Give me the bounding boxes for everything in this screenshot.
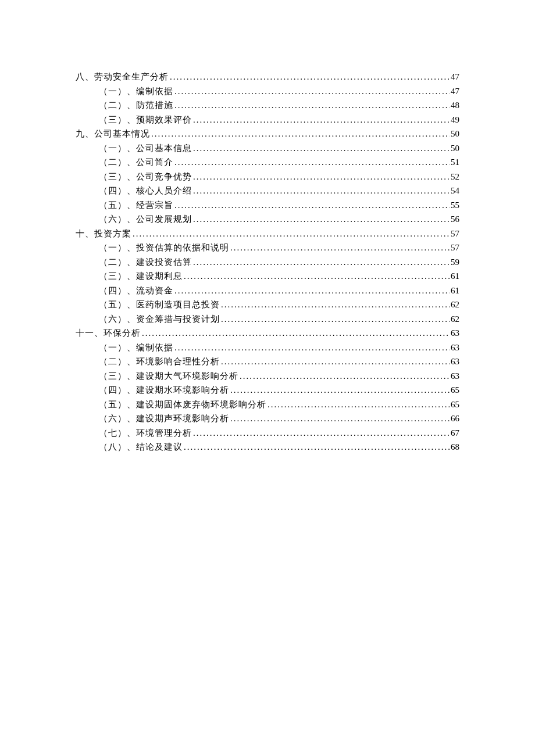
toc-dot-leader [174,198,450,213]
table-of-contents: 八、劳动安全生产分析47（一）、编制依据47（二）、防范措施48（三）、预期效果… [76,70,459,454]
toc-page-number: 63 [451,341,459,355]
toc-entry: （四）、建设期水环境影响分析65 [99,383,459,397]
toc-label: （二）、环境影响合理性分析 [99,354,220,369]
toc-label: （一）、公司基本信息 [99,141,192,156]
toc-page-number: 62 [451,312,459,327]
toc-dot-leader [151,127,450,141]
toc-page-number: 63 [451,369,459,384]
toc-page-number: 65 [451,397,459,412]
toc-label: （六）、公司发展规划 [99,212,192,227]
toc-dot-leader [221,354,450,369]
toc-entry: 十一、环保分析63 [76,326,459,341]
toc-dot-leader [193,255,450,270]
toc-page-number: 49 [451,113,459,127]
toc-dot-leader [142,326,450,341]
toc-dot-leader [174,341,450,355]
toc-page-number: 47 [451,70,459,84]
toc-dot-leader [193,141,450,156]
toc-entry: （六）、公司发展规划56 [99,212,459,227]
toc-label: （五）、经营宗旨 [99,198,173,213]
toc-dot-leader [174,84,450,99]
toc-page-number: 55 [451,198,459,213]
toc-dot-leader [193,426,450,440]
toc-dot-leader [174,284,450,298]
toc-entry: （八）、结论及建议68 [99,440,459,454]
toc-label: （六）、建设期声环境影响分析 [99,411,229,426]
toc-label: （三）、建设期大气环境影响分析 [99,369,238,384]
toc-label: （五）、建设期固体废弃物环境影响分析 [99,397,266,412]
document-page: 八、劳动安全生产分析47（一）、编制依据47（二）、防范措施48（三）、预期效果… [0,0,535,489]
toc-entry: （一）、投资估算的依据和说明57 [99,241,459,255]
toc-dot-leader [230,411,450,426]
toc-label: （六）、资金筹措与投资计划 [99,312,220,327]
toc-entry: （六）、建设期声环境影响分析66 [99,411,459,426]
toc-page-number: 54 [451,184,459,198]
toc-label: （二）、防范措施 [99,98,173,113]
toc-page-number: 61 [451,269,459,284]
toc-page-number: 62 [451,298,459,312]
toc-dot-leader [240,369,450,384]
toc-label: （五）、医药制造项目总投资 [99,298,220,312]
toc-page-number: 63 [451,326,459,341]
toc-page-number: 63 [451,354,459,369]
toc-dot-leader [193,170,450,184]
toc-page-number: 67 [451,426,459,440]
toc-entry: （三）、建设期大气环境影响分析63 [99,369,459,384]
toc-dot-leader [193,184,450,198]
toc-dot-leader [170,70,450,84]
toc-page-number: 68 [451,440,459,454]
toc-page-number: 57 [451,227,459,241]
toc-entry: （三）、建设期利息61 [99,269,459,284]
toc-entry: （五）、经营宗旨55 [99,198,459,213]
toc-entry: （一）、公司基本信息50 [99,141,459,156]
toc-entry: 九、公司基本情况50 [76,127,459,141]
toc-label: （一）、编制依据 [99,84,173,99]
toc-label: （四）、核心人员介绍 [99,184,192,198]
toc-label: （三）、预期效果评价 [99,113,192,127]
toc-page-number: 52 [451,170,459,184]
toc-label: （一）、编制依据 [99,341,173,355]
toc-page-number: 48 [451,98,459,113]
toc-entry: （一）、编制依据47 [99,84,459,99]
toc-page-number: 61 [451,284,459,298]
toc-label: （八）、结论及建议 [99,440,183,454]
toc-page-number: 59 [451,255,459,270]
toc-label: （三）、建设期利息 [99,269,183,284]
toc-entry: （三）、公司竞争优势52 [99,170,459,184]
toc-page-number: 65 [451,383,459,397]
toc-label: （七）、环境管理分析 [99,426,192,440]
toc-page-number: 56 [451,212,459,227]
toc-dot-leader [193,113,450,127]
toc-dot-leader [174,155,450,170]
toc-label: 十一、环保分析 [76,326,141,341]
toc-dot-leader [221,298,450,312]
toc-entry: 八、劳动安全生产分析47 [76,70,459,84]
toc-entry: （五）、建设期固体废弃物环境影响分析65 [99,397,459,412]
toc-dot-leader [221,312,450,327]
toc-dot-leader [133,227,450,241]
toc-entry: （二）、公司简介51 [99,155,459,170]
toc-entry: （六）、资金筹措与投资计划62 [99,312,459,327]
toc-label: 八、劳动安全生产分析 [76,70,169,84]
toc-entry: （二）、环境影响合理性分析63 [99,354,459,369]
toc-dot-leader [184,440,450,454]
toc-entry: （七）、环境管理分析67 [99,426,459,440]
toc-label: （三）、公司竞争优势 [99,170,192,184]
toc-label: （四）、流动资金 [99,284,173,298]
toc-entry: （二）、建设投资估算59 [99,255,459,270]
toc-page-number: 47 [451,84,459,99]
toc-entry: 十、投资方案57 [76,227,459,241]
toc-label: 九、公司基本情况 [76,127,150,141]
toc-page-number: 57 [451,241,459,255]
toc-page-number: 50 [451,141,459,156]
toc-entry: （一）、编制依据63 [99,341,459,355]
toc-entry: （三）、预期效果评价49 [99,113,459,127]
toc-label: （二）、建设投资估算 [99,255,192,270]
toc-entry: （五）、医药制造项目总投资62 [99,298,459,312]
toc-label: （四）、建设期水环境影响分析 [99,383,229,397]
toc-dot-leader [230,241,450,255]
toc-entry: （四）、流动资金61 [99,284,459,298]
toc-label: （一）、投资估算的依据和说明 [99,241,229,255]
toc-label: 十、投资方案 [76,227,131,241]
toc-dot-leader [268,397,450,412]
